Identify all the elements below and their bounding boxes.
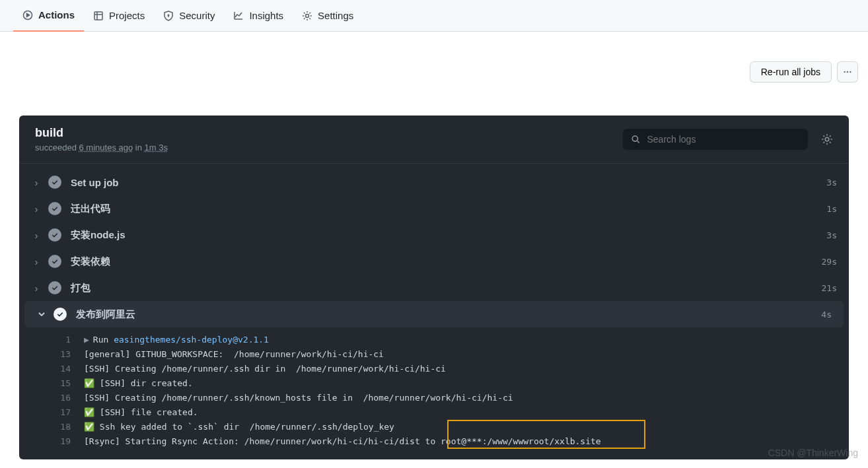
- svg-point-8: [847, 71, 848, 73]
- log-line[interactable]: 14[SSH] Creating /home/runner/.ssh dir i…: [19, 362, 849, 376]
- panel-header-right: [623, 129, 833, 150]
- step-time: 3s: [826, 178, 837, 187]
- step-row[interactable]: › Set up job 3s: [19, 169, 849, 195]
- search-input[interactable]: [647, 134, 800, 145]
- job-in: in: [135, 143, 142, 152]
- job-when[interactable]: 6 minutes ago: [79, 143, 133, 152]
- nav-settings[interactable]: Settings: [293, 0, 363, 32]
- chevron-down-icon: [36, 310, 47, 318]
- chevron-right-icon: ›: [31, 203, 42, 215]
- search-box[interactable]: [623, 129, 808, 150]
- svg-point-9: [850, 71, 851, 73]
- log-line[interactable]: 18✅ Ssh key added to `.ssh` dir /home/ru…: [19, 420, 849, 434]
- log-line-text: ✅ [SSH] dir created.: [84, 376, 193, 391]
- project-icon: [93, 11, 104, 21]
- log-line[interactable]: 1 ▶Run easingthemes/ssh-deploy@v2.1.1: [19, 333, 849, 347]
- log-line-text: ✅ Ssh key added to `.ssh` dir /home/runn…: [84, 420, 394, 434]
- log-output: 1 ▶Run easingthemes/ssh-deploy@v2.1.1 13…: [19, 327, 849, 454]
- log-line-text: [general] GITHUB_WORKSPACE: /home/runner…: [84, 347, 384, 362]
- kebab-icon: [843, 67, 852, 77]
- log-line-text: ✅ [SSH] file created.: [84, 405, 198, 420]
- log-line-text: [Rsync] Starting Rsync Action: /home/run…: [84, 434, 601, 449]
- steps-list: › Set up job 3s › 迁出代码 1s › 安装node.js 3s…: [19, 164, 849, 459]
- step-name: 安装node.js: [71, 229, 826, 242]
- log-line[interactable]: 15✅ [SSH] dir created.: [19, 376, 849, 391]
- panel-title-block: build succeeded 6 minutes ago in 1m 3s: [35, 126, 168, 152]
- chevron-right-icon: ›: [31, 230, 42, 241]
- log-line-text: [SSH] Creating /home/runner/.ssh dir in …: [84, 362, 446, 376]
- job-status: succeeded: [35, 143, 77, 152]
- step-row-expanded[interactable]: 发布到阿里云 4s: [24, 301, 844, 327]
- log-line-number: 13: [19, 347, 84, 362]
- step-row[interactable]: › 安装依赖 29s: [19, 248, 849, 275]
- main-container: Re-run all jobs build succeeded 6 minute…: [0, 32, 868, 459]
- log-line-number: 16: [19, 391, 84, 405]
- svg-point-4: [168, 15, 169, 16]
- svg-point-10: [632, 136, 637, 141]
- chevron-right-icon: ›: [31, 177, 42, 188]
- svg-point-12: [825, 137, 829, 141]
- log-line-text: ▶Run easingthemes/ssh-deploy@v2.1.1: [84, 333, 269, 347]
- check-icon: [48, 176, 61, 189]
- step-name: Set up job: [71, 177, 826, 188]
- log-line[interactable]: 13[general] GITHUB_WORKSPACE: /home/runn…: [19, 347, 849, 362]
- nav-label: Security: [179, 10, 215, 21]
- log-line[interactable]: 17✅ [SSH] file created.: [19, 405, 849, 420]
- log-line-number: 17: [19, 405, 84, 420]
- graph-icon: [233, 11, 244, 21]
- job-subtitle: succeeded 6 minutes ago in 1m 3s: [35, 143, 168, 152]
- step-time: 29s: [822, 257, 837, 267]
- search-icon: [631, 134, 640, 145]
- log-line[interactable]: 16[SSH] Creating /home/runner/.ssh/known…: [19, 391, 849, 405]
- step-name: 发布到阿里云: [76, 308, 821, 321]
- step-name: 打包: [71, 282, 822, 294]
- log-line[interactable]: 19[Rsync] Starting Rsync Action: /home/r…: [19, 434, 849, 449]
- check-icon: [48, 255, 61, 268]
- gear-icon: [302, 11, 312, 21]
- nav-label: Actions: [38, 9, 75, 20]
- check-icon: [48, 281, 61, 294]
- kebab-button[interactable]: [837, 61, 858, 83]
- step-time: 21s: [822, 283, 837, 293]
- nav-actions[interactable]: Actions: [13, 0, 84, 32]
- step-time: 3s: [826, 230, 837, 240]
- svg-line-11: [637, 141, 639, 143]
- log-line-number: 14: [19, 362, 84, 376]
- check-icon: [48, 202, 61, 215]
- play-icon: [22, 10, 33, 20]
- step-name: 迁出代码: [71, 203, 826, 215]
- nav-label: Insights: [249, 10, 283, 21]
- log-line-number: 18: [19, 420, 84, 434]
- log-line-text: [SSH] Creating /home/runner/.ssh/known_h…: [84, 391, 513, 405]
- svg-point-6: [306, 14, 309, 17]
- svg-rect-1: [94, 12, 102, 20]
- step-time: 4s: [821, 310, 832, 319]
- job-title: build: [35, 126, 168, 140]
- job-panel: build succeeded 6 minutes ago in 1m 3s ›: [19, 116, 849, 459]
- settings-gear-icon[interactable]: [821, 133, 833, 145]
- step-row[interactable]: › 安装node.js 3s: [19, 222, 849, 248]
- nav-insights[interactable]: Insights: [224, 0, 293, 32]
- chevron-right-icon: ›: [31, 256, 42, 267]
- nav-label: Settings: [318, 10, 353, 21]
- chevron-right-icon: ›: [31, 283, 42, 294]
- check-icon: [54, 308, 67, 321]
- top-actions: Re-run all jobs: [10, 61, 858, 83]
- check-icon: [48, 228, 61, 242]
- watermark: CSDN @ThinkerWing: [768, 448, 858, 458]
- repo-nav: Actions Projects Security Insights Setti…: [0, 0, 868, 32]
- log-line-number: 15: [19, 376, 84, 391]
- panel-header: build succeeded 6 minutes ago in 1m 3s: [19, 116, 849, 164]
- log-line-number: 19: [19, 434, 84, 449]
- job-duration[interactable]: 1m 3s: [145, 143, 168, 152]
- svg-point-7: [844, 71, 845, 73]
- nav-projects[interactable]: Projects: [84, 0, 154, 32]
- nav-label: Projects: [109, 10, 145, 21]
- shield-icon: [163, 11, 174, 21]
- step-row[interactable]: › 打包 21s: [19, 275, 849, 301]
- step-row[interactable]: › 迁出代码 1s: [19, 195, 849, 222]
- step-time: 1s: [826, 204, 837, 214]
- rerun-button[interactable]: Re-run all jobs: [750, 61, 832, 83]
- nav-security[interactable]: Security: [154, 0, 224, 32]
- step-name: 安装依赖: [71, 255, 822, 268]
